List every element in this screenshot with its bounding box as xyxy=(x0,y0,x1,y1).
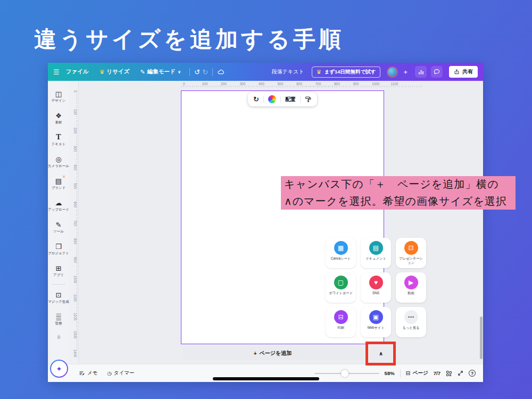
h-ruler-label: 100 xyxy=(202,82,208,86)
sidebar-item-uploads[interactable]: ☁ アップロード xyxy=(48,195,69,217)
paint-roller-icon[interactable] xyxy=(305,96,312,103)
sidebar-item-background[interactable]: ▒ 背景 xyxy=(48,309,69,330)
resize-menu[interactable]: ♛ リサイズ xyxy=(95,68,134,76)
size-option-presentation[interactable]: ⊡ プレゼンテーション xyxy=(396,238,426,268)
pages-view-button[interactable]: ⊟ ページ xyxy=(406,370,428,377)
document-title[interactable]: 段落テキスト xyxy=(267,68,310,76)
sidebar-item-charts[interactable]: ılı xyxy=(48,330,69,343)
share-button[interactable]: 共有 xyxy=(449,66,478,78)
sidebar-item-design[interactable]: ◫ デザイン xyxy=(48,86,69,107)
h-ruler-label: 800 xyxy=(334,82,340,86)
sidebar-item-label: アプリ xyxy=(53,273,64,278)
document-icon: ▤ xyxy=(369,241,383,255)
size-option-whiteboard[interactable]: ▢ ホワイトボード xyxy=(326,272,356,303)
v-ruler-label: 1300 xyxy=(73,331,77,338)
sidebar-item-magic-generate[interactable]: ⊡ マジック生成 xyxy=(48,287,69,309)
size-option-sns[interactable]: ♥ SNS xyxy=(361,272,391,303)
sparkle-icon: ✦ xyxy=(56,365,62,373)
edit-mode-menu[interactable]: ✎ 編集モード ∨ xyxy=(136,68,186,76)
sidebar-item-camera-roll[interactable]: ◎ カメラロール xyxy=(48,151,69,173)
comment-button[interactable] xyxy=(431,66,443,78)
size-option-canva-sheet[interactable]: ▦ Canvaシート xyxy=(326,238,356,268)
canvas-floating-toolbar: ↻ 配置 xyxy=(248,92,317,106)
editor-sidebar: ◫ デザイン ❖ 素材 T テキスト ◎ カメラロール ♛ ▤ ブランド ☁ ア… xyxy=(48,81,69,364)
vertical-scrollbar[interactable] xyxy=(480,317,483,359)
editor-top-bar: ☰ ファイル ♛ リサイズ ✎ 編集モード ∨ ↺ ↻ 段落テキスト ♛ まず1… xyxy=(48,63,483,81)
grid-view-icon[interactable] xyxy=(446,370,452,377)
timer-button[interactable]: ◷ タイマー xyxy=(107,370,134,377)
v-ruler-label: 300 xyxy=(73,146,77,152)
chevron-down-icon: ∨ xyxy=(178,70,181,74)
apps-grid-icon: ⊞ xyxy=(56,265,62,272)
h-ruler-label: 400 xyxy=(259,82,264,86)
arrange-button[interactable]: 配置 xyxy=(285,96,296,103)
add-member-icon[interactable]: + xyxy=(400,68,411,76)
cloud-sync-icon[interactable] xyxy=(217,68,225,76)
size-option-label: 動画 xyxy=(406,291,416,295)
size-option-label: もっと見る xyxy=(401,326,421,330)
camera-icon: ◎ xyxy=(55,156,61,163)
zoom-percent[interactable]: 58% xyxy=(385,370,395,376)
ai-assistant-button[interactable]: ✦ xyxy=(50,360,68,378)
presentation-icon: ⊡ xyxy=(404,241,418,255)
rotate-icon[interactable]: ↻ xyxy=(253,95,259,103)
add-page-button-label: ページを追加 xyxy=(260,350,292,357)
v-ruler-label: 1400 xyxy=(73,350,77,357)
h-ruler-label: 500 xyxy=(278,82,284,86)
sidebar-item-brand[interactable]: ♛ ▤ ブランド xyxy=(48,173,69,195)
tutorial-annotation: キャンバス下の「＋ ページを追加」横の ∧のマークを選択。希望の画像サイズを選択 xyxy=(281,176,516,210)
notes-button[interactable]: メモ xyxy=(79,370,97,377)
size-option-video[interactable]: ▶ 動画 xyxy=(396,272,426,303)
h-ruler-label: 0 xyxy=(183,82,185,86)
insights-button[interactable] xyxy=(415,66,427,78)
sidebar-item-label: ブランド xyxy=(52,186,66,190)
sns-heart-icon: ♥ xyxy=(369,276,383,289)
toolbar-divider xyxy=(300,96,301,103)
sidebar-item-text[interactable]: T テキスト xyxy=(48,129,69,151)
trial-button[interactable]: ♛ まず14日間無料で試す xyxy=(312,66,381,78)
h-ruler-label: 900 xyxy=(353,82,359,86)
sidebar-item-apps[interactable]: ⊞ アプリ xyxy=(48,260,69,282)
charts-icon: ılı xyxy=(57,334,60,340)
browser-window-icon: ▣ xyxy=(369,310,383,324)
h-ruler-label: 1000 xyxy=(372,82,379,86)
help-button[interactable]: ? xyxy=(469,370,476,377)
add-page-button[interactable]: + ページを追加 xyxy=(182,346,363,360)
redo-icon[interactable]: ↻ xyxy=(202,69,208,76)
notes-button-label: メモ xyxy=(87,370,97,377)
brand-kit-icon: ▤ xyxy=(55,178,62,185)
sidebar-item-label: ツール xyxy=(53,229,64,234)
size-option-print[interactable]: ⊟ 印刷 xyxy=(326,307,356,337)
h-ruler-label: 300 xyxy=(240,82,246,86)
toolbar-divider xyxy=(189,68,190,76)
crown-icon: ♛ xyxy=(99,69,105,76)
text-icon: T xyxy=(56,134,61,141)
zoom-slider[interactable] xyxy=(314,373,379,374)
size-option-label: ホワイトボード xyxy=(327,291,354,295)
size-option-website[interactable]: ▣ Webサイト xyxy=(361,307,391,337)
toolbar-divider xyxy=(212,68,213,76)
sidebar-item-projects[interactable]: ❒ プロジェクト xyxy=(48,238,69,260)
menu-icon[interactable]: ☰ xyxy=(53,69,60,76)
avatar[interactable] xyxy=(387,66,398,78)
color-wheel-icon[interactable] xyxy=(268,95,276,103)
sidebar-item-elements[interactable]: ❖ 素材 xyxy=(48,107,69,129)
sidebar-item-tools[interactable]: ✎ ツール xyxy=(48,217,69,238)
undo-icon[interactable]: ↺ xyxy=(194,69,200,76)
workspace: 010020030040050060070080090010001100 ↻ 配… xyxy=(79,81,483,364)
v-ruler-label: 800 xyxy=(73,238,77,244)
fullscreen-icon[interactable] xyxy=(458,370,463,376)
size-option-label: Webサイト xyxy=(365,326,386,330)
zoom-slider-knob[interactable] xyxy=(341,370,348,377)
size-option-label: プレゼンテーション xyxy=(396,256,426,265)
file-menu[interactable]: ファイル xyxy=(62,68,93,76)
size-option-document[interactable]: ▤ ドキュメント xyxy=(361,238,391,268)
size-option-see-more[interactable]: ⋯ もっと見る xyxy=(396,307,426,337)
v-ruler-label: 900 xyxy=(73,257,77,263)
trial-button-label: まず14日間無料で試す xyxy=(324,69,376,76)
resize-menu-label: リサイズ xyxy=(107,68,130,76)
v-ruler-label: 0 xyxy=(73,90,77,93)
page-icon: ⊟ xyxy=(406,370,411,377)
home-indicator xyxy=(213,377,319,380)
canva-sheet-icon: ▦ xyxy=(334,241,348,255)
